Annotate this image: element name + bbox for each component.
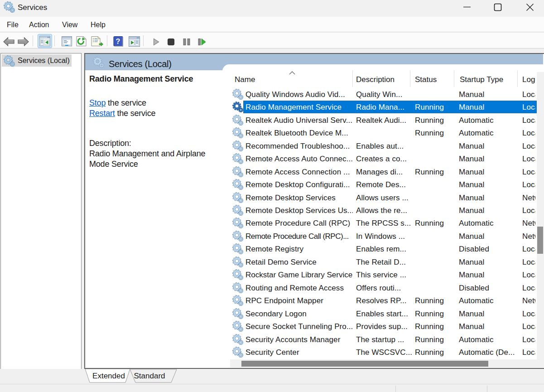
svg-text:?: ?: [116, 38, 120, 45]
